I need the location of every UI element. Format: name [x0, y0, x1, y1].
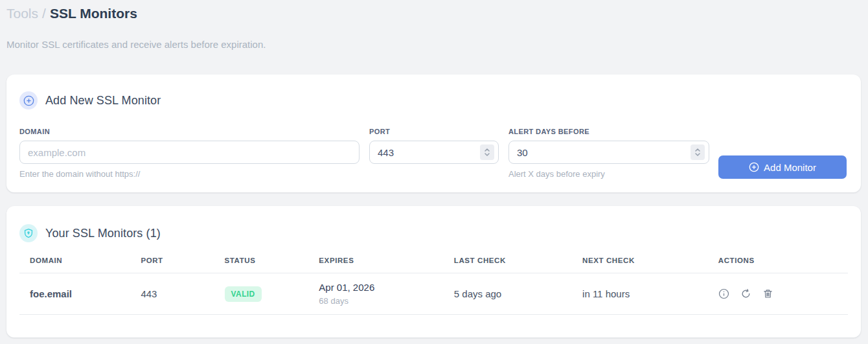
header-actions: ACTIONS [708, 249, 848, 273]
shield-icon [19, 224, 38, 242]
plus-circle-icon [749, 162, 759, 172]
table-row: foe.email 443 VALID Apr 01, 2026 68 days… [19, 273, 848, 315]
monitor-port: 443 [130, 273, 214, 315]
monitor-last-check: 5 days ago [444, 273, 572, 315]
breadcrumb-tools[interactable]: Tools [6, 6, 38, 21]
table-header-row: DOMAIN PORT STATUS EXPIRES LAST CHECK NE… [19, 249, 848, 273]
domain-hint: Enter the domain without https:// [19, 169, 360, 179]
add-monitor-heading: Add New SSL Monitor [19, 91, 848, 109]
monitor-status-cell: VALID [214, 273, 309, 315]
add-monitor-form: DOMAIN Enter the domain without https://… [19, 128, 848, 179]
monitors-heading: Your SSL Monitors (1) [19, 224, 848, 242]
alert-days-label: ALERT DAYS BEFORE [508, 128, 709, 135]
plus-circle-icon [19, 91, 38, 109]
delete-button[interactable] [762, 288, 773, 299]
monitors-title: Your SSL Monitors (1) [45, 227, 161, 240]
add-monitor-button[interactable]: Add Monitor [718, 155, 847, 179]
expires-days-remaining: 68 days [319, 296, 433, 306]
port-input[interactable] [369, 141, 499, 164]
monitors-table: DOMAIN PORT STATUS EXPIRES LAST CHECK NE… [19, 249, 848, 315]
info-button[interactable] [718, 288, 729, 299]
header-status: STATUS [214, 249, 309, 273]
port-field-group: PORT [369, 128, 499, 164]
status-badge: VALID [225, 286, 262, 302]
monitor-actions-cell [708, 273, 848, 315]
monitor-expires-cell: Apr 01, 2026 68 days [308, 273, 443, 315]
alert-days-field-group: ALERT DAYS BEFORE Alert X days before ex… [508, 128, 709, 179]
trash-icon [762, 288, 773, 299]
header-expires: EXPIRES [308, 249, 443, 273]
ssl-monitors-page: Tools/SSL Monitors Monitor SSL certifica… [0, 0, 868, 344]
breadcrumb: Tools/SSL Monitors [6, 5, 862, 22]
alert-days-stepper[interactable] [691, 144, 705, 160]
domain-label: DOMAIN [19, 128, 360, 135]
info-icon [718, 288, 729, 299]
breadcrumb-separator: / [42, 6, 46, 21]
refresh-button[interactable] [740, 288, 751, 299]
add-monitor-title: Add New SSL Monitor [45, 94, 161, 108]
monitor-domain: foe.email [19, 273, 130, 315]
page-subtitle: Monitor SSL certificates and receive ale… [6, 39, 862, 50]
domain-field-group: DOMAIN Enter the domain without https:// [19, 128, 360, 179]
alert-days-input[interactable] [508, 141, 709, 164]
page-title: SSL Monitors [50, 6, 137, 21]
header-port: PORT [130, 249, 214, 273]
header-next-check: NEXT CHECK [572, 249, 708, 273]
port-label: PORT [369, 128, 499, 135]
domain-input[interactable] [19, 141, 360, 164]
monitor-next-check: in 11 hours [572, 273, 708, 315]
page-header: Tools/SSL Monitors Monitor SSL certifica… [0, 0, 868, 50]
expires-date: Apr 01, 2026 [319, 282, 433, 293]
alert-days-hint: Alert X days before expiry [508, 169, 709, 179]
add-monitor-button-label: Add Monitor [764, 162, 816, 173]
header-domain: DOMAIN [19, 249, 130, 273]
refresh-icon [740, 288, 751, 299]
port-stepper[interactable] [480, 144, 494, 160]
monitors-card: Your SSL Monitors (1) DOMAIN PORT STATUS… [6, 206, 861, 338]
add-monitor-card: Add New SSL Monitor DOMAIN Enter the dom… [6, 75, 861, 192]
header-last-check: LAST CHECK [444, 249, 572, 273]
